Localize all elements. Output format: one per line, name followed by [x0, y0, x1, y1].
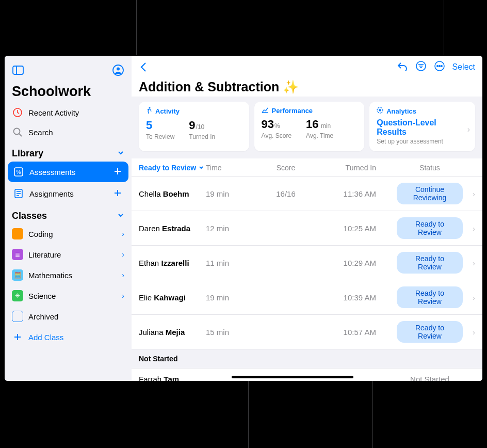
app-window: Schoolwork Recent Activity Search Librar…: [5, 56, 482, 381]
class-label: Science: [28, 292, 56, 300]
student-name: Chella Boehm: [139, 189, 206, 198]
class-icon: [12, 311, 23, 322]
svg-point-3: [117, 68, 120, 71]
student-row[interactable]: Ethan Izzarelli11 min10:29 AMReady to Re…: [132, 246, 482, 280]
status-pill[interactable]: Continue Reviewing: [397, 183, 463, 204]
home-indicator: [232, 376, 353, 378]
student-row[interactable]: Daren Estrada12 min10:25 AMReady to Revi…: [132, 211, 482, 246]
student-name: Elie Kahwagi: [139, 293, 206, 302]
class-item[interactable]: Archived: [5, 306, 132, 327]
plus-icon: [12, 331, 23, 343]
score-cell: 16/16: [257, 189, 314, 198]
status-cell: Ready to Review: [376, 217, 463, 239]
student-name: Daren Estrada: [139, 224, 206, 233]
analytics-card[interactable]: Analytics Question-Level Results Set up …: [369, 102, 475, 151]
col-status[interactable]: Status: [376, 164, 463, 172]
back-button[interactable]: [137, 60, 151, 74]
class-item[interactable]: Coding›: [5, 223, 132, 244]
classes-header[interactable]: Classes: [5, 204, 132, 223]
chevron-right-icon: ›: [463, 328, 475, 337]
class-icon: ✳: [12, 290, 23, 301]
library-item-label: Assessments: [29, 168, 75, 177]
metric-label: To Review: [146, 133, 174, 140]
svg-point-29: [149, 107, 150, 108]
class-icon: ≣: [12, 249, 23, 260]
turned-in-cell: 10:57 AM: [314, 328, 376, 337]
svg-rect-0: [13, 66, 23, 74]
class-icon: [12, 228, 23, 239]
chevron-right-icon: ›: [122, 250, 124, 259]
student-row[interactable]: Elie Kahwagi19 min10:39 AMReady to Revie…: [132, 280, 482, 315]
svg-line-6: [19, 134, 22, 136]
svg-point-27: [439, 66, 440, 67]
analytics-icon: [377, 107, 383, 115]
assignments-icon: [13, 188, 24, 199]
library-assessments[interactable]: % Assessments: [8, 162, 128, 182]
search-icon: [12, 126, 23, 138]
plus-icon[interactable]: [113, 167, 122, 178]
sidebar: Schoolwork Recent Activity Search Librar…: [5, 56, 132, 381]
class-icon: 🧮: [12, 269, 23, 281]
nav-recent-activity[interactable]: Recent Activity: [5, 103, 132, 122]
more-icon[interactable]: [434, 60, 445, 74]
chevron-right-icon: ›: [122, 230, 124, 238]
student-name: Farrah Tam: [139, 375, 206, 381]
status-pill[interactable]: Ready to Review: [397, 321, 463, 343]
performance-card[interactable]: Performance 93% Avg. Score 16 min Avg. T…: [254, 102, 365, 151]
col-turned-in[interactable]: Turned In: [314, 164, 376, 172]
table-header: Ready to Review Time Score Turned In Sta…: [132, 158, 482, 177]
turned-in-cell: 10:29 AM: [314, 259, 376, 267]
sort-ready-to-review[interactable]: Ready to Review: [139, 164, 206, 172]
student-name: Ethan Izzarelli: [139, 259, 206, 267]
analytics-sub: Set up your assessment: [377, 138, 468, 145]
assessments-icon: %: [13, 166, 24, 178]
account-icon[interactable]: [111, 63, 125, 77]
activity-card[interactable]: Activity 5 To Review 9/10 Turned In: [139, 102, 249, 151]
person-walk-icon: [146, 107, 152, 116]
student-row[interactable]: Farrah TamNot Started: [132, 369, 482, 381]
nav-search[interactable]: Search: [5, 122, 132, 142]
status-cell: Ready to Review: [376, 286, 463, 308]
chevron-right-icon: ›: [463, 259, 475, 267]
status-pill[interactable]: Ready to Review: [397, 252, 463, 274]
filter-icon[interactable]: [415, 60, 427, 74]
metric-label: Turned In: [189, 133, 215, 140]
class-item[interactable]: 🧮Mathematics›: [5, 265, 132, 285]
svg-point-5: [14, 129, 20, 135]
status-pill[interactable]: Ready to Review: [397, 286, 463, 308]
student-row[interactable]: Juliana Mejia15 min10:57 AMReady to Revi…: [132, 315, 482, 349]
class-item[interactable]: ≣Literature›: [5, 244, 132, 265]
callout-line: [136, 0, 137, 55]
class-label: Coding: [28, 230, 53, 238]
status-pill[interactable]: Ready to Review: [397, 217, 463, 239]
library-item-label: Assignments: [29, 189, 74, 198]
col-time[interactable]: Time: [206, 164, 257, 172]
chevron-right-icon: ›: [463, 189, 475, 198]
turned-in-cell: 10:25 AM: [314, 224, 376, 233]
page-title: Addition & Subtraction ✨: [132, 74, 482, 97]
col-score[interactable]: Score: [257, 164, 314, 172]
turned-in-count: 9: [189, 119, 195, 132]
add-class-label: Add Class: [28, 333, 63, 342]
class-label: Mathematics: [28, 271, 72, 280]
class-label: Archived: [28, 312, 58, 321]
svg-point-26: [436, 66, 437, 67]
plus-icon[interactable]: [113, 188, 122, 199]
chevron-right-icon: ›: [463, 293, 475, 302]
nav-label: Search: [28, 128, 53, 137]
library-header[interactable]: Library: [5, 142, 132, 161]
avg-score: 93: [262, 118, 274, 131]
avg-time: 16: [306, 118, 318, 131]
time-cell: 19 min: [206, 293, 257, 302]
class-item[interactable]: ✳Science›: [5, 285, 132, 306]
student-row[interactable]: Chella Boehm19 min16/1611:36 AMContinue …: [132, 177, 482, 211]
main-content: Select Addition & Subtraction ✨ Activity…: [132, 56, 482, 381]
class-label: Literature: [28, 250, 61, 259]
sidebar-toggle-icon[interactable]: [11, 63, 25, 77]
select-button[interactable]: Select: [452, 62, 475, 72]
analytics-title: Question-Level Results: [377, 118, 468, 137]
add-class[interactable]: Add Class: [5, 327, 132, 347]
library-assignments[interactable]: Assignments: [8, 183, 128, 204]
undo-icon[interactable]: [397, 61, 408, 73]
time-cell: 12 min: [206, 224, 257, 233]
